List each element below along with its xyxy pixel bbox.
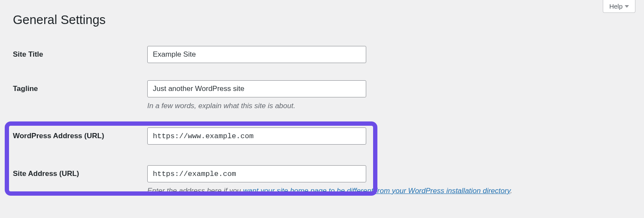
site-url-desc-prefix: Enter the address here if you bbox=[147, 187, 243, 195]
wp-url-field-wrap bbox=[147, 127, 644, 145]
chevron-down-icon bbox=[625, 5, 629, 8]
wp-url-row: WordPress Address (URL) bbox=[0, 117, 644, 145]
site-url-input[interactable] bbox=[147, 165, 366, 182]
site-url-field-wrap: Enter the address here if you want your … bbox=[147, 165, 644, 195]
site-url-row: Site Address (URL) Enter the address her… bbox=[0, 161, 644, 195]
site-title-row: Site Title bbox=[0, 36, 644, 63]
tagline-label: Tagline bbox=[13, 80, 147, 93]
help-button[interactable]: Help bbox=[603, 0, 635, 13]
help-label: Help bbox=[609, 3, 623, 10]
wp-url-input[interactable] bbox=[147, 127, 366, 145]
tagline-description: In a few words, explain what this site i… bbox=[147, 102, 644, 110]
page-title: General Settings bbox=[0, 0, 644, 36]
site-title-input[interactable] bbox=[147, 46, 366, 63]
tagline-field-wrap: In a few words, explain what this site i… bbox=[147, 80, 644, 110]
site-title-field-wrap bbox=[147, 46, 644, 63]
site-title-label: Site Title bbox=[13, 46, 147, 59]
site-url-description: Enter the address here if you want your … bbox=[147, 187, 644, 195]
tagline-row: Tagline In a few words, explain what thi… bbox=[0, 70, 644, 110]
wp-url-label: WordPress Address (URL) bbox=[13, 127, 147, 140]
tagline-input[interactable] bbox=[147, 80, 366, 97]
site-url-label: Site Address (URL) bbox=[13, 165, 147, 178]
site-url-desc-suffix: . bbox=[510, 187, 512, 195]
site-url-desc-link[interactable]: want your site home page to be different… bbox=[243, 187, 510, 195]
settings-form: Site Title Tagline In a few words, expla… bbox=[0, 36, 644, 195]
